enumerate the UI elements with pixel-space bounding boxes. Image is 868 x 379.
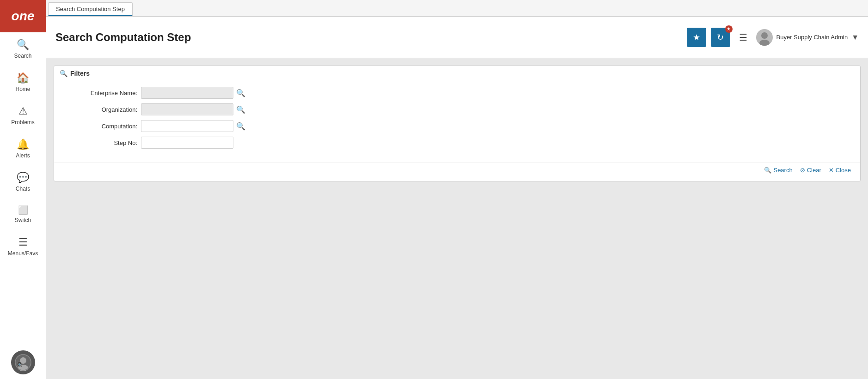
- enterprise-name-input-wrap: 🔍: [141, 87, 246, 99]
- sidebar-item-alerts[interactable]: 🔔 Alerts: [0, 132, 46, 165]
- sidebar-item-label-home: Home: [15, 86, 30, 92]
- computation-label: Computation:: [63, 123, 137, 130]
- step-no-label: Step No:: [63, 139, 137, 146]
- logo-text: one: [12, 9, 35, 24]
- organization-label: Organization:: [63, 106, 137, 113]
- star-button[interactable]: ★: [687, 28, 706, 47]
- user-name: Buyer Supply Chain Admin: [776, 34, 848, 41]
- organization-zoom-button[interactable]: 🔍: [235, 105, 246, 114]
- header-actions: ★ ↻ ★ ☰ Buyer Supply Chain Admin ▼: [687, 28, 859, 47]
- clear-action-link[interactable]: ⊘ Clear: [800, 167, 821, 174]
- star-icon: ★: [693, 32, 700, 42]
- sidebar-item-label-search: Search: [14, 53, 31, 59]
- notification-badge: ★: [725, 25, 733, 33]
- menu-icon: ☰: [18, 236, 28, 248]
- sidebar-item-home[interactable]: 🏠 Home: [0, 66, 46, 99]
- tab-search-computation-step[interactable]: Search Computation Step: [48, 2, 133, 16]
- sidebar-item-menus[interactable]: ☰ Menus/Favs: [0, 230, 46, 263]
- search-action-link[interactable]: 🔍 Search: [764, 167, 792, 174]
- filter-actions: 🔍 Search ⊘ Clear ✕ Close: [54, 162, 860, 174]
- sidebar-item-switch[interactable]: ⬜ Switch: [0, 199, 46, 230]
- search-action-icon: 🔍: [764, 167, 771, 174]
- warning-icon: ⚠: [18, 105, 28, 117]
- sidebar-item-label-problems: Problems: [11, 119, 35, 126]
- sidebar-item-label-alerts: Alerts: [16, 152, 30, 159]
- main-area: Search Computation Step Search Computati…: [46, 0, 868, 379]
- step-no-input-wrap: [141, 137, 233, 149]
- computation-input-wrap: 🔍: [141, 120, 246, 132]
- sidebar-item-label-switch: Switch: [15, 217, 31, 223]
- clear-action-icon: ⊘: [800, 167, 805, 174]
- organization-input-wrap: 🔍: [141, 103, 246, 115]
- search-icon: 🔍: [17, 39, 29, 51]
- filter-row-computation: Computation: 🔍: [63, 120, 851, 132]
- sidebar-item-search[interactable]: 🔍 Search: [0, 32, 46, 66]
- svg-text:🔍: 🔍: [18, 363, 22, 367]
- page-title: Search Computation Step: [55, 31, 687, 44]
- hamburger-icon: ☰: [739, 32, 747, 43]
- sidebar-item-chats[interactable]: 💬 Chats: [0, 165, 46, 199]
- user-info[interactable]: Buyer Supply Chain Admin ▼: [756, 29, 859, 46]
- tab-bar: Search Computation Step: [46, 0, 868, 17]
- filter-header-label: Filters: [70, 70, 90, 77]
- close-action-label: Close: [836, 167, 851, 174]
- enterprise-name-zoom-button[interactable]: 🔍: [235, 89, 246, 97]
- chevron-down-icon: ▼: [851, 33, 859, 42]
- sidebar: one 🔍 Search 🏠 Home ⚠ Problems 🔔 Alerts …: [0, 0, 46, 379]
- close-action-icon: ✕: [829, 167, 834, 174]
- step-no-input[interactable]: [141, 137, 233, 149]
- svg-point-7: [761, 32, 768, 39]
- home-icon: 🏠: [17, 72, 29, 84]
- bell-icon: 🔔: [17, 138, 29, 150]
- user-avatar: [756, 29, 773, 46]
- filter-row-enterprise-name: Enterprise Name: 🔍: [63, 87, 851, 99]
- close-action-link[interactable]: ✕ Close: [829, 167, 851, 174]
- sidebar-item-label-menus: Menus/Favs: [8, 250, 38, 257]
- enterprise-name-input[interactable]: [141, 87, 233, 99]
- filter-search-icon: 🔍: [60, 70, 67, 77]
- computation-zoom-button[interactable]: 🔍: [235, 122, 246, 131]
- page-header: Search Computation Step ★ ↻ ★ ☰: [46, 17, 868, 58]
- sidebar-bottom: 🔍: [11, 350, 35, 379]
- user-avatar-bottom[interactable]: 🔍: [11, 350, 35, 374]
- chat-icon: 💬: [17, 172, 29, 184]
- app-logo: one: [0, 0, 46, 32]
- enterprise-name-label: Enterprise Name:: [63, 90, 137, 96]
- computation-input[interactable]: [141, 120, 233, 132]
- tab-label: Search Computation Step: [56, 6, 125, 12]
- sidebar-item-label-chats: Chats: [16, 186, 30, 192]
- header-menu-button[interactable]: ☰: [735, 29, 752, 46]
- filter-header: 🔍 Filters: [54, 66, 860, 81]
- page-content: 🔍 Filters Enterprise Name: 🔍 Organizatio…: [46, 58, 868, 379]
- organization-input[interactable]: [141, 103, 233, 115]
- filter-row-organization: Organization: 🔍: [63, 103, 851, 115]
- search-action-label: Search: [773, 167, 792, 174]
- filter-panel: 🔍 Filters Enterprise Name: 🔍 Organizatio…: [54, 66, 861, 181]
- sidebar-item-problems[interactable]: ⚠ Problems: [0, 99, 46, 132]
- switch-icon: ⬜: [18, 205, 28, 215]
- clear-action-label: Clear: [807, 167, 821, 174]
- refresh-button[interactable]: ↻ ★: [711, 28, 730, 47]
- filter-body: Enterprise Name: 🔍 Organization: 🔍: [54, 81, 860, 159]
- filter-row-step-no: Step No:: [63, 137, 851, 149]
- refresh-icon: ↻: [717, 32, 724, 42]
